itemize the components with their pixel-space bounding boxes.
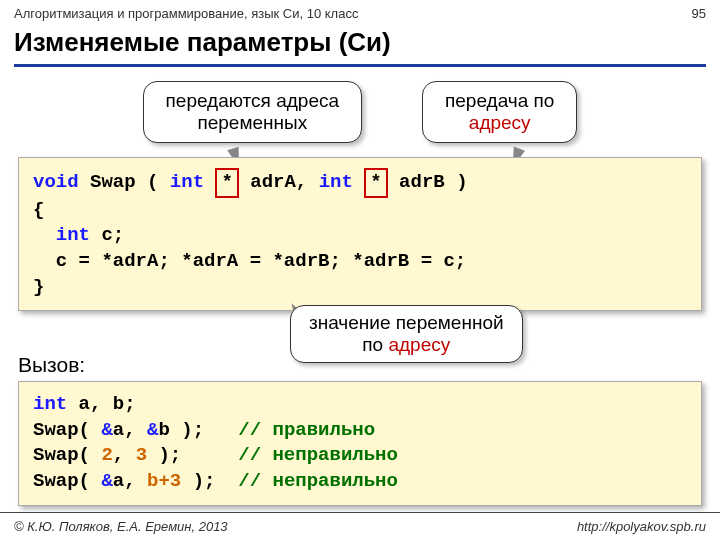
literal: 3 (136, 444, 147, 466)
header-left: Алгоритмизация и программирование, язык … (14, 6, 358, 21)
callout-word-red: адресу (445, 112, 554, 134)
callout-by-address: передача по адресу (422, 81, 577, 143)
kw-void: void (33, 171, 79, 193)
callout-line: переменных (166, 112, 339, 134)
code-text: c; (90, 224, 124, 246)
comment: // неправильно (238, 444, 398, 466)
callout-text: по (362, 334, 388, 355)
footer: © К.Ю. Поляков, Е.А. Еремин, 2013 http:/… (0, 512, 720, 540)
code-text: Swap ( (79, 171, 170, 193)
header-bar: Алгоритмизация и программирование, язык … (0, 0, 720, 23)
amp: & (101, 470, 112, 492)
callout-line: значение переменной (309, 312, 504, 334)
kw-int: int (33, 393, 67, 415)
code-text: , (113, 444, 136, 466)
code-text: adrA, (239, 171, 319, 193)
code-text: Swap( (33, 470, 101, 492)
star-highlight: * (364, 168, 387, 198)
code-text: a, (113, 470, 147, 492)
code-text: a, (113, 419, 147, 441)
code-text (353, 171, 364, 193)
title-underline (14, 64, 706, 67)
page-number: 95 (692, 6, 706, 21)
comment: // неправильно (238, 470, 398, 492)
code-block-call: int a, b; Swap( &a, &b ); // правильно S… (18, 381, 702, 506)
code-text: Swap( (33, 444, 101, 466)
code-text: c = *adrA; *adrA = *adrB; *adrB = c; (33, 250, 466, 272)
amp: & (101, 419, 112, 441)
callout-line: передача по (445, 90, 554, 112)
page-title: Изменяемые параметры (Си) (0, 23, 720, 64)
callout-value-by-address: значение переменной по адресу (290, 305, 523, 363)
code-text: Swap( (33, 419, 101, 441)
callout-addresses: передаются адреса переменных (143, 81, 362, 143)
code-text: a, b; (67, 393, 135, 415)
kw-int: int (319, 171, 353, 193)
code-text: { (33, 199, 44, 221)
code-text (204, 171, 215, 193)
literal: 2 (101, 444, 112, 466)
callouts-row: передаются адреса переменных передача по… (0, 81, 720, 143)
code-text: b ); (158, 419, 238, 441)
comment: // правильно (238, 419, 375, 441)
amp: & (147, 419, 158, 441)
code-block-swap: void Swap ( int * adrA, int * adrB ) { i… (18, 157, 702, 311)
star-highlight: * (215, 168, 238, 198)
callout-word-red: адресу (388, 334, 450, 355)
footer-url: http://kpolyakov.spb.ru (577, 519, 706, 534)
code-text: ); (181, 470, 238, 492)
callout-line: передаются адреса (166, 90, 339, 112)
kw-int: int (170, 171, 204, 193)
callout-line: по адресу (309, 334, 504, 356)
footer-copyright: © К.Ю. Поляков, Е.А. Еремин, 2013 (14, 519, 228, 534)
code-text (33, 224, 56, 246)
code-text: adrB ) (388, 171, 468, 193)
code-text: ); (147, 444, 238, 466)
literal: b+3 (147, 470, 181, 492)
code-text: } (33, 276, 44, 298)
kw-int: int (56, 224, 90, 246)
